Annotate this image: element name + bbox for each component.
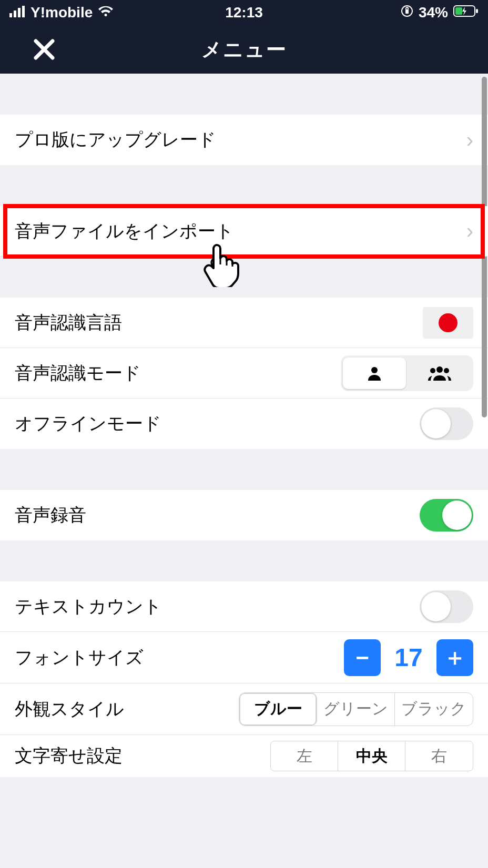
row-text-alignment: 文字寄せ設定 左 中央 右 [0,735,488,777]
svg-rect-3 [22,6,25,17]
chevron-right-icon: › [466,128,473,152]
row-label: 音声認識言語 [15,311,423,335]
row-label: オフラインモード [15,412,420,436]
battery-icon [453,4,479,21]
text-count-switch[interactable] [420,590,473,623]
style-option-black[interactable]: ブラック [395,693,473,726]
battery-percent: 34% [419,4,448,21]
row-upgrade-pro[interactable]: プロ版にアップグレード › [0,115,488,165]
align-option-left[interactable]: 左 [271,741,338,771]
signal-icon [9,4,25,21]
svg-rect-7 [476,9,478,13]
mode-group[interactable] [408,358,471,389]
row-audio-recording: 音声録音 [0,490,488,540]
row-offline-mode: オフラインモード [0,399,488,449]
audio-recording-switch[interactable] [420,499,473,532]
svg-point-11 [430,368,435,373]
svg-point-12 [444,368,449,373]
appearance-style-segmented[interactable]: ブルー グリーン ブラック [239,692,473,726]
status-bar: Y!mobile 12:13 34% [0,0,488,25]
style-option-green[interactable]: グリーン [317,693,395,726]
nav-header: メニュー [0,25,488,74]
person-icon [366,365,383,382]
align-option-right[interactable]: 右 [405,741,473,771]
settings-list: プロ版にアップグレード › 音声ファイルをインポート › 音声認識言語 [0,74,488,777]
mode-single[interactable] [343,358,406,389]
close-icon [32,37,57,62]
svg-rect-5 [405,9,409,14]
row-label: 文字寄せ設定 [15,744,270,768]
people-icon [428,365,451,382]
rotation-lock-icon [401,4,413,21]
row-label: 音声録音 [15,503,420,527]
row-recognition-mode: 音声認識モード [0,348,488,399]
row-text-count: テキストカウント [0,581,488,632]
row-import-audio[interactable]: 音声ファイルをインポート › [0,206,488,257]
svg-rect-0 [9,13,12,17]
style-option-blue[interactable]: ブルー [239,693,317,726]
svg-rect-2 [18,8,21,17]
font-size-minus-button[interactable]: − [344,639,381,676]
row-appearance-style: 外観スタイル ブルー グリーン ブラック [0,683,488,735]
chevron-right-icon: › [466,219,473,243]
row-label: 音声ファイルをインポート [15,219,466,243]
font-size-plus-button[interactable]: ＋ [436,639,473,676]
font-size-stepper: − 17 ＋ [344,639,473,676]
row-recognition-language[interactable]: 音声認識言語 [0,298,488,348]
svg-rect-8 [455,7,462,15]
row-label: フォントサイズ [15,646,344,670]
row-label: プロ版にアップグレード [15,128,466,152]
svg-point-9 [371,367,378,373]
offline-mode-switch[interactable] [420,407,473,440]
align-option-center[interactable]: 中央 [338,741,405,771]
row-label: テキストカウント [15,595,420,619]
wifi-icon [98,4,114,21]
svg-point-10 [436,366,443,373]
row-font-size: フォントサイズ − 17 ＋ [0,632,488,683]
row-label: 外観スタイル [15,697,239,721]
carrier-label: Y!mobile [30,4,93,21]
page-title: メニュー [201,36,287,63]
close-button[interactable] [32,37,57,62]
row-label: 音声認識モード [15,361,341,385]
flag-japan-icon [423,307,473,339]
font-size-value: 17 [390,643,427,672]
svg-rect-1 [14,11,16,17]
text-alignment-segmented[interactable]: 左 中央 右 [270,741,473,771]
recognition-mode-segmented[interactable] [341,355,473,391]
